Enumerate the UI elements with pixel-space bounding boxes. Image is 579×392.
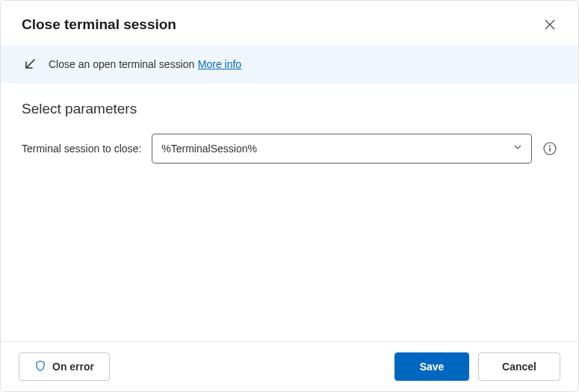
arrow-down-left-icon <box>22 56 38 72</box>
close-button[interactable] <box>539 14 560 35</box>
select-value: %TerminalSession% <box>161 143 257 155</box>
svg-rect-2 <box>549 148 550 152</box>
on-error-label: On error <box>52 361 94 373</box>
banner-description: Close an open terminal session <box>49 58 194 70</box>
dialog-header: Close terminal session <box>1 1 578 46</box>
terminal-session-select[interactable]: %TerminalSession% <box>152 134 532 164</box>
more-info-link[interactable]: More info <box>198 58 241 70</box>
svg-point-1 <box>549 146 551 147</box>
on-error-button[interactable]: On error <box>19 352 110 381</box>
dialog-footer: On error Save Cancel <box>1 341 578 391</box>
save-button[interactable]: Save <box>394 352 469 381</box>
dialog-title: Close terminal session <box>22 16 176 33</box>
info-icon <box>543 142 557 155</box>
parameter-label: Terminal session to close: <box>22 143 141 155</box>
banner-content: Close an open terminal session More info <box>49 57 241 71</box>
info-button[interactable] <box>542 141 557 156</box>
info-banner: Close an open terminal session More info <box>1 46 578 83</box>
cancel-button[interactable]: Cancel <box>478 352 560 381</box>
shield-icon <box>34 360 46 374</box>
close-icon <box>545 19 555 30</box>
select-wrapper: %TerminalSession% <box>152 134 532 164</box>
dialog: Close terminal session Close an open ter… <box>0 0 579 392</box>
section-title: Select parameters <box>22 101 557 117</box>
parameter-row: Terminal session to close: %TerminalSess… <box>22 134 557 164</box>
dialog-body: Select parameters Terminal session to cl… <box>1 83 578 341</box>
footer-actions: Save Cancel <box>394 352 560 381</box>
